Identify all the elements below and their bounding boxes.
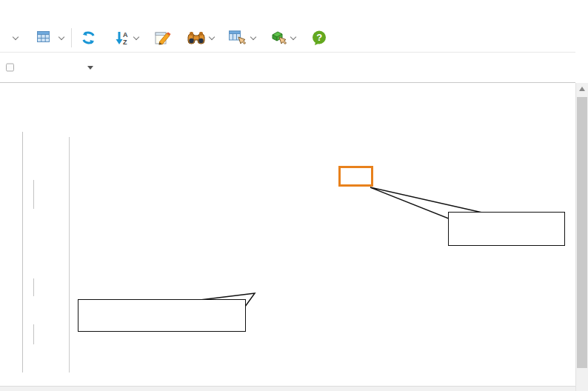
phantom-callout — [448, 212, 565, 246]
scrollbar-up-arrow[interactable] — [579, 87, 585, 91]
column-header-name[interactable] — [83, 62, 93, 73]
table-bottom-strip — [0, 386, 575, 391]
svg-text:Z: Z — [123, 39, 127, 45]
help-icon[interactable]: ? — [307, 30, 332, 45]
chevron-down-icon — [290, 33, 296, 39]
refresh-icon[interactable] — [75, 30, 102, 45]
toolbar-separator — [71, 28, 72, 47]
chevron-down-icon — [133, 33, 139, 39]
table-grid-icon — [37, 31, 50, 44]
table-menu-button[interactable] — [33, 31, 68, 44]
toolbar: AZ ? — [0, 25, 588, 50]
structure-window: AZ ? — [0, 0, 588, 391]
edit-table-icon[interactable] — [150, 30, 176, 45]
table-header — [0, 52, 575, 83]
baseline-callout — [78, 299, 246, 332]
actions-menu-button[interactable] — [3, 35, 22, 41]
find-in-structure-icon[interactable] — [182, 31, 219, 45]
chevron-down-icon — [59, 33, 64, 39]
svg-text:A: A — [123, 31, 128, 39]
table-display-icon[interactable] — [224, 30, 261, 45]
chevron-down-icon — [13, 33, 19, 39]
scrollbar-thumb[interactable] — [577, 97, 587, 368]
phantom-highlight-box — [338, 166, 373, 187]
chevron-down-icon — [250, 33, 256, 39]
chevron-down-icon — [209, 33, 215, 39]
sort-desc-icon — [87, 66, 93, 70]
sort-icon[interactable]: AZ — [110, 30, 144, 45]
vertical-scrollbar — [575, 83, 588, 391]
selection-helper-icon[interactable] — [265, 30, 301, 45]
svg-text:?: ? — [316, 32, 322, 43]
table-body — [0, 83, 575, 386]
select-all-checkbox[interactable] — [6, 64, 14, 72]
